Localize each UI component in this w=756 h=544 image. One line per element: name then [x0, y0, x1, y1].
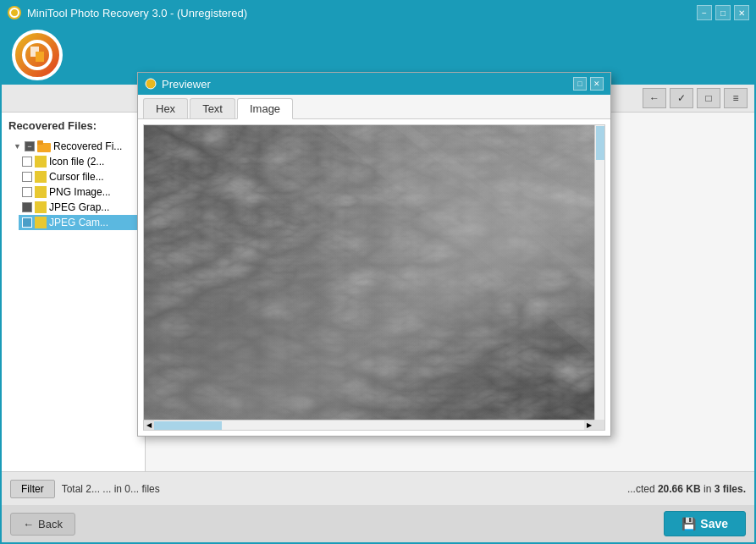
checkbox-icon-file[interactable] — [22, 157, 32, 167]
tree-item-png-label: PNG Image... — [49, 186, 111, 198]
back-button[interactable]: ← Back — [10, 513, 75, 536]
root-folder-icon — [37, 140, 51, 152]
dialog-title-controls: □ ✕ — [573, 77, 604, 91]
sidebar-header: Recovered Files: — [2, 113, 145, 139]
app-icon — [7, 5, 22, 20]
tree-item-cursor-file[interactable]: Cursor file... — [19, 169, 145, 184]
tree-item-icon-label: Icon file (2... — [49, 156, 104, 168]
tab-hex[interactable]: Hex — [143, 98, 188, 118]
title-bar: MiniTool Photo Recovery 3.0 - (Unregiste… — [0, 0, 756, 25]
tree-item-jpeg-cam-label: JPEG Cam... — [49, 217, 108, 228]
sidebar: Recovered Files: ▼ Recovered Fi... — [2, 113, 146, 471]
checkbox-root[interactable] — [25, 141, 35, 151]
tree-item-root-label: Recovered Fi... — [53, 140, 122, 152]
tab-image[interactable]: Image — [237, 98, 293, 119]
tree-item-root[interactable]: ▼ Recovered Fi... — [10, 139, 145, 154]
app-title: MiniTool Photo Recovery 3.0 - (Unregiste… — [27, 7, 247, 19]
preview-svg — [144, 125, 604, 430]
status-right: ...cted 20.66 KB in 3 files. — [627, 483, 746, 495]
title-bar-controls: − □ ✕ — [697, 5, 749, 20]
dialog-close-button[interactable]: ✕ — [590, 77, 604, 91]
minimize-button[interactable]: − — [697, 5, 712, 20]
horizontal-scrollbar-thumb[interactable] — [154, 421, 222, 430]
svg-rect-9 — [144, 125, 604, 430]
preview-image — [144, 125, 604, 430]
back-button-label: Back — [38, 518, 63, 530]
bottom-bar: Filter Total 2... ... in 0... files ...c… — [2, 471, 754, 505]
svg-rect-8 — [144, 125, 604, 430]
dialog-title-left: Previewer — [145, 78, 211, 91]
svg-rect-4 — [36, 52, 44, 62]
tree-item-png[interactable]: PNG Image... — [19, 184, 145, 200]
filter-button[interactable]: Filter — [10, 480, 55, 498]
vertical-scrollbar[interactable] — [594, 125, 604, 430]
previewer-dialog: Previewer □ ✕ Hex Text Image — [137, 72, 611, 437]
view-square-button[interactable]: □ — [697, 88, 720, 108]
tab-bar: Hex Text Image — [138, 95, 610, 119]
scrollbar-corner — [594, 420, 604, 430]
dialog-title-text: Previewer — [162, 78, 211, 91]
close-button[interactable]: ✕ — [734, 5, 749, 20]
save-disk-icon: 💾 — [682, 517, 696, 530]
horizontal-scrollbar-track — [154, 421, 584, 430]
jpeg-graph-icon — [35, 201, 47, 213]
tab-text[interactable]: Text — [190, 98, 235, 118]
save-button[interactable]: 💾 Save — [664, 511, 746, 536]
selected-size: 20.66 KB — [658, 483, 701, 495]
scroll-right-button[interactable]: ▶ — [584, 420, 594, 431]
selected-files: 3 files. — [715, 483, 746, 495]
dialog-restore-button[interactable]: □ — [573, 77, 587, 91]
expand-icon: ▼ — [14, 142, 22, 151]
app-body: ← ✓ □ ≡ Recovered Files: ▼ — [2, 25, 754, 542]
checkbox-jpeg-cam[interactable] — [22, 217, 32, 228]
svg-rect-10 — [144, 125, 604, 430]
tree-item-jpeg-graph-label: JPEG Grap... — [49, 201, 109, 213]
tree-item-jpeg-cam[interactable]: JPEG Cam... — [19, 215, 145, 230]
png-file-icon — [35, 186, 47, 198]
save-button-label: Save — [700, 517, 728, 530]
cursor-file-icon — [35, 171, 47, 183]
tree-item-jpeg-graph[interactable]: JPEG Grap... — [19, 200, 145, 215]
checkbox-cursor-file[interactable] — [22, 172, 32, 182]
back-arrow-icon: ← — [23, 518, 34, 530]
horizontal-scrollbar[interactable]: ◀ ▶ — [144, 420, 594, 430]
previewer-icon — [145, 78, 157, 90]
svg-rect-6 — [37, 140, 43, 145]
dialog-title-bar: Previewer □ ✕ — [138, 73, 610, 95]
view-list-button[interactable]: ≡ — [724, 88, 748, 108]
jpeg-cam-icon — [35, 217, 47, 228]
svg-point-7 — [146, 79, 156, 89]
image-container: ◀ ▶ — [143, 124, 605, 431]
bottom-left: Filter Total 2... ... in 0... files — [10, 480, 160, 498]
checkbox-png[interactable] — [22, 187, 32, 197]
tree-item-icon-file[interactable]: Icon file (2... — [19, 154, 145, 169]
app-logo — [12, 30, 63, 80]
footer-bar: ← Back 💾 Save — [2, 505, 754, 542]
check-toolbar-button[interactable]: ✓ — [670, 88, 693, 108]
title-bar-left: MiniTool Photo Recovery 3.0 - (Unregiste… — [7, 5, 247, 20]
status-text: Total 2... ... in 0... files — [62, 483, 160, 495]
app-window: MiniTool Photo Recovery 3.0 - (Unregiste… — [0, 0, 756, 544]
vertical-scrollbar-thumb[interactable] — [596, 126, 604, 160]
back-toolbar-button[interactable]: ← — [643, 88, 666, 108]
maximize-button[interactable]: □ — [715, 5, 731, 20]
checkbox-jpeg-graph[interactable] — [22, 202, 32, 212]
icon-file-icon — [35, 156, 47, 168]
tree-item-cursor-label: Cursor file... — [49, 171, 104, 183]
scroll-left-button[interactable]: ◀ — [144, 420, 154, 431]
